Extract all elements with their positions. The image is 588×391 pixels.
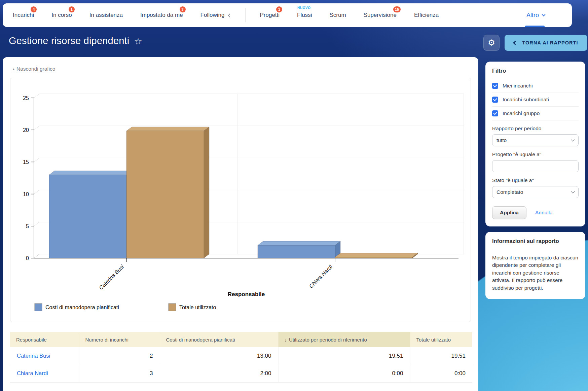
- nav-item-label: Impostato da me: [140, 12, 183, 19]
- value-cell: 0:00: [410, 365, 472, 382]
- nav-item-following[interactable]: Following: [200, 12, 231, 19]
- nav-item-progetti[interactable]: Progetti1: [260, 12, 280, 19]
- back-button-label: TORNA AI RAPPORTI: [522, 40, 578, 45]
- checkbox-label: Incarichi subordinati: [503, 97, 549, 103]
- nav-item-label: Efficienza: [414, 12, 439, 19]
- checkbox-label: Miei incarichi: [503, 83, 533, 89]
- chevron-left-icon: [513, 41, 517, 45]
- nav-divider: [245, 8, 246, 22]
- nav-item-label: In corso: [51, 12, 72, 19]
- value-cell: 0:00: [278, 365, 410, 382]
- nav-item-label: In assistenza: [89, 12, 123, 19]
- report-info-body: Mostra il tempo impiegato da ciascun dip…: [492, 254, 579, 292]
- checkbox-checked-icon[interactable]: [492, 97, 498, 103]
- filter-select[interactable]: Completato: [492, 186, 579, 198]
- table-column-header[interactable]: Numero di incarichi: [79, 332, 160, 347]
- filter-select[interactable]: tutto: [492, 134, 579, 146]
- nav-item-impostato-da-me[interactable]: Impostato da me3: [140, 12, 183, 19]
- field-label: Progetto "è uguale a": [492, 151, 579, 157]
- svg-text:15: 15: [23, 159, 29, 165]
- svg-text:20: 20: [23, 127, 29, 133]
- nav-item-flussi[interactable]: FlussiNUOVO: [297, 12, 312, 19]
- nav-item-label: Incarichi: [13, 12, 34, 19]
- value-cell: 19:51: [410, 347, 472, 365]
- table-column-header[interactable]: Responsabile: [10, 332, 79, 347]
- value-cell: 13:00: [160, 347, 278, 365]
- page-title: Gestione risorse dipendenti: [9, 35, 129, 46]
- nav-badge: 15: [393, 6, 401, 12]
- nav-badge: 1: [69, 6, 75, 12]
- nav-item-supervisione[interactable]: Supervisione15: [364, 12, 397, 19]
- filter-card: Filtro Miei incarichiIncarichi subordina…: [485, 62, 585, 226]
- hide-chart-link[interactable]: ▴Nascondi grafico: [13, 66, 55, 72]
- nav-item-in-assistenza[interactable]: In assistenza: [89, 12, 123, 19]
- responsible-cell: Caterina Busi: [10, 347, 79, 365]
- chevron-left-icon: [228, 13, 232, 17]
- nav-item-in-corso[interactable]: In corso1: [51, 12, 72, 19]
- value-cell: 19:51: [278, 347, 410, 365]
- svg-text:5: 5: [26, 223, 29, 229]
- nav-item-label: Scrum: [329, 12, 346, 19]
- chevron-down-icon: [542, 12, 545, 16]
- sidebar: Filtro Miei incarichiIncarichi subordina…: [485, 62, 585, 299]
- nav-item-label: Altro: [526, 12, 539, 19]
- filter-input[interactable]: [492, 160, 579, 172]
- nav-item-scrum[interactable]: Scrum: [329, 12, 346, 19]
- svg-text:10: 10: [23, 191, 29, 197]
- responsible-link[interactable]: Caterina Busi: [17, 353, 50, 359]
- svg-text:Caterina Busi: Caterina Busi: [98, 264, 125, 291]
- bar-chart: 0510152025Caterina BusiChiara NardiRespo…: [10, 78, 471, 322]
- nav-item-label: Flussi: [297, 12, 312, 19]
- top-navigation: Incarichi4In corso1In assistenzaImpostat…: [3, 3, 572, 27]
- svg-text:Chiara Nardi: Chiara Nardi: [308, 264, 334, 289]
- table-row: Caterina Busi213:0019:5119:51: [10, 347, 472, 365]
- value-cell: 2: [79, 347, 160, 365]
- table-row: Chiara Nardi32:000:000:00: [10, 365, 472, 382]
- svg-text:Totale utilizzato: Totale utilizzato: [179, 305, 216, 310]
- field-label: Rapporto per periodo: [492, 126, 579, 132]
- collapse-triangle-icon: ▴: [13, 67, 14, 71]
- report-info-title: Informazioni sul rapporto: [492, 238, 579, 249]
- responsible-link[interactable]: Chiara Nardi: [17, 370, 48, 376]
- report-settings-button[interactable]: ⚙: [483, 35, 500, 51]
- nav-badge: 1: [276, 6, 282, 12]
- new-tag: NUOVO: [297, 6, 311, 10]
- checkbox-checked-icon[interactable]: [492, 110, 498, 116]
- responsible-cell: Chiara Nardi: [10, 365, 79, 382]
- cancel-link[interactable]: Annulla: [535, 210, 553, 216]
- filter-checkbox-row[interactable]: Incarichi subordinati: [492, 93, 579, 107]
- apply-button[interactable]: Applica: [492, 206, 526, 219]
- nav-item-label: Progetti: [260, 12, 280, 19]
- value-cell: 2:00: [160, 365, 278, 382]
- table-column-header[interactable]: Costi di manodopera pianificati: [160, 332, 278, 347]
- checkbox-label: Incarichi gruppo: [503, 110, 540, 116]
- gear-icon: ⚙: [488, 39, 495, 47]
- field-label: Stato "è uguale a": [492, 177, 579, 183]
- page-header: Gestione risorse dipendenti ☆: [9, 35, 142, 47]
- svg-text:0: 0: [26, 255, 29, 261]
- nav-item-label: Supervisione: [364, 12, 397, 19]
- favorite-star-icon[interactable]: ☆: [134, 36, 142, 47]
- checkbox-checked-icon[interactable]: [492, 83, 498, 89]
- nav-item-label: Following: [200, 12, 225, 19]
- nav-item-altro[interactable]: Altro: [526, 3, 545, 27]
- filter-checkbox-row[interactable]: Miei incarichi: [492, 79, 579, 93]
- filter-title: Filtro: [492, 68, 579, 79]
- nav-item-incarichi[interactable]: Incarichi4: [13, 12, 34, 19]
- report-info-card: Informazioni sul rapporto Mostra il temp…: [485, 232, 585, 299]
- sort-desc-icon: ↓: [285, 337, 287, 343]
- svg-text:Costi di manodopera pianificat: Costi di manodopera pianificati: [45, 305, 119, 310]
- nav-badge: 4: [31, 6, 37, 12]
- svg-text:25: 25: [23, 95, 29, 101]
- value-cell: 3: [79, 365, 160, 382]
- nav-badge: 3: [180, 6, 186, 12]
- nav-item-efficienza[interactable]: Efficienza: [414, 12, 439, 19]
- filter-checkbox-row[interactable]: Incarichi gruppo: [492, 107, 579, 120]
- report-table: ResponsabileNumero di incarichiCosti di …: [10, 332, 472, 383]
- svg-text:Responsabile: Responsabile: [228, 291, 265, 297]
- table-column-header[interactable]: Totale utilizzato: [410, 332, 472, 347]
- back-to-reports-button[interactable]: TORNA AI RAPPORTI: [505, 35, 587, 51]
- report-panel: ▴Nascondi grafico 0510152025Caterina Bus…: [3, 57, 478, 391]
- table-column-header[interactable]: ↓Utilizzato per periodo di riferimento: [278, 332, 410, 347]
- bar-chart-svg: 0510152025Caterina BusiChiara NardiRespo…: [10, 78, 471, 322]
